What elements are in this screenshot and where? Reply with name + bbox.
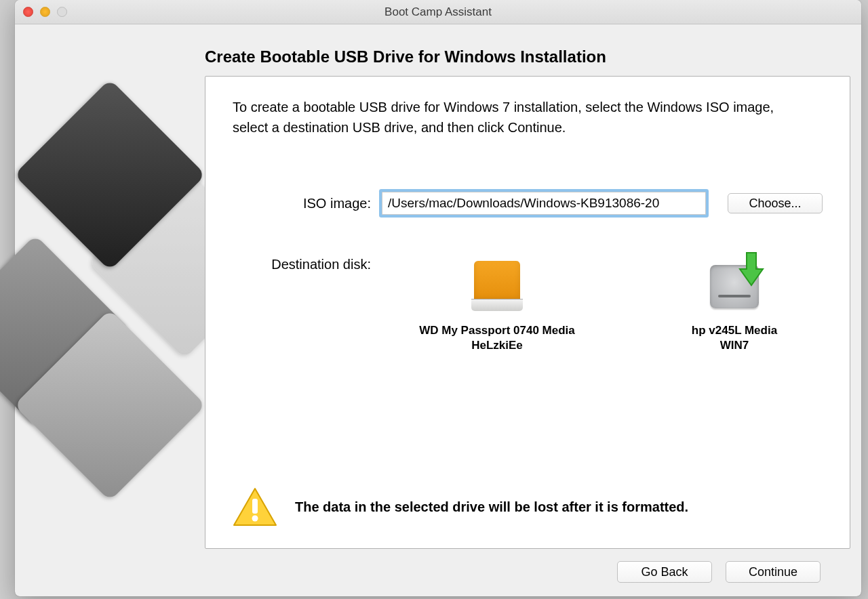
svg-point-1	[252, 516, 258, 522]
content: Create Bootable USB Drive for Windows In…	[15, 24, 861, 596]
main-panel: To create a bootable USB drive for Windo…	[205, 76, 850, 549]
zoom-icon	[57, 7, 67, 17]
window-title: Boot Camp Assistant	[384, 5, 492, 19]
drive-label: WD My Passport 0740 Media HeLzkiEe	[409, 323, 585, 353]
page-heading: Create Bootable USB Drive for Windows In…	[205, 47, 841, 66]
iso-label: ISO image:	[233, 196, 382, 211]
continue-button[interactable]: Continue	[726, 561, 821, 583]
traffic-lights	[23, 7, 67, 17]
minimize-icon[interactable]	[40, 7, 50, 17]
iso-row: ISO image: Choose...	[233, 192, 823, 215]
go-back-button[interactable]: Go Back	[617, 561, 712, 583]
destination-row: Destination disk: WD My Passport 0740 Me…	[233, 255, 823, 353]
warning-icon	[233, 487, 277, 526]
drive-label: hp v245L Media WIN7	[646, 323, 823, 353]
titlebar: Boot Camp Assistant	[15, 0, 861, 24]
warning-text: The data in the selected drive will be l…	[295, 499, 688, 515]
hard-drive-icon	[703, 255, 766, 318]
footer: Go Back Continue	[15, 549, 841, 583]
main-row: To create a bootable USB drive for Windo…	[15, 76, 841, 549]
warning-row: The data in the selected drive will be l…	[233, 487, 823, 532]
choose-button[interactable]: Choose...	[728, 193, 823, 213]
drive-option-wd-passport[interactable]: WD My Passport 0740 Media HeLzkiEe	[409, 255, 585, 353]
usb-drive-icon	[466, 255, 528, 318]
svg-rect-0	[252, 499, 258, 514]
drive-list: WD My Passport 0740 Media HeLzkiEe	[382, 255, 823, 353]
destination-label: Destination disk:	[233, 255, 382, 353]
intro-text: To create a bootable USB drive for Windo…	[233, 97, 802, 138]
close-icon[interactable]	[23, 7, 33, 17]
bootcamp-logo	[15, 76, 205, 549]
iso-path-input[interactable]	[382, 192, 706, 215]
bootcamp-window: Boot Camp Assistant Create Bootable USB …	[15, 0, 861, 596]
drive-option-hp-v245l[interactable]: hp v245L Media WIN7	[646, 255, 823, 353]
